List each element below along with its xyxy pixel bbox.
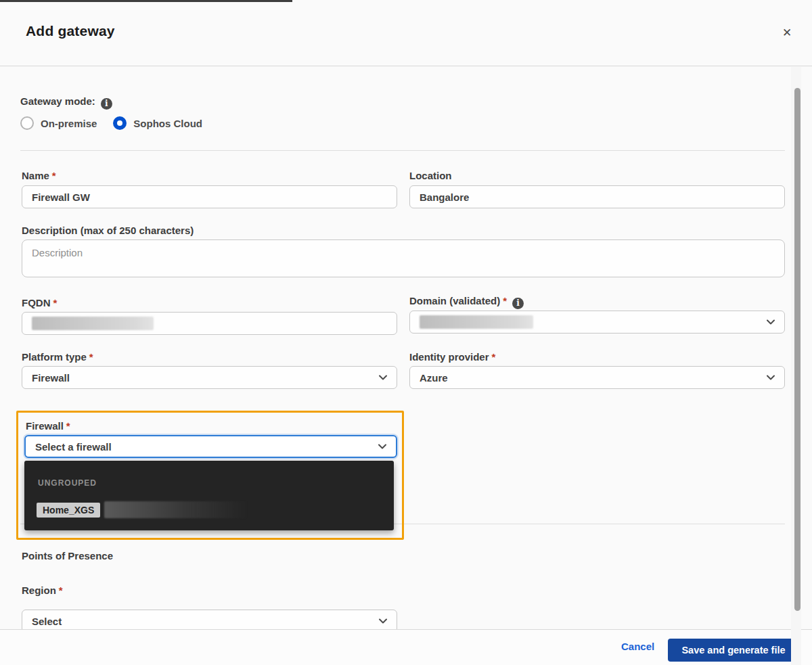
cancel-button[interactable]: Cancel xyxy=(621,641,654,652)
location-label: Location xyxy=(409,170,452,181)
location-input[interactable] xyxy=(409,185,785,208)
platform-type-value: Firewall xyxy=(32,372,70,384)
fqdn-redacted-value xyxy=(32,317,154,330)
dropdown-item-home-xgs[interactable]: Home_XGS xyxy=(37,501,248,518)
firewall-detail-redacted xyxy=(104,501,248,518)
firewall-select[interactable]: Select a firewall xyxy=(24,435,397,458)
info-icon[interactable]: i xyxy=(512,298,524,309)
required-mark: * xyxy=(53,297,58,308)
region-select-value: Select xyxy=(32,616,62,627)
dropdown-group-header: UNGROUPED xyxy=(38,478,97,488)
radio-sophos-cloud[interactable] xyxy=(113,116,127,130)
required-mark: * xyxy=(503,295,507,306)
platform-type-select[interactable]: Firewall xyxy=(22,366,397,389)
dialog-footer: Cancel Save and generate file xyxy=(0,629,812,665)
section-divider xyxy=(20,150,785,151)
identity-provider-select[interactable]: Azure xyxy=(409,366,785,389)
radio-on-premise-label[interactable]: On-premise xyxy=(41,118,97,129)
region-label: Region* xyxy=(22,584,63,596)
scrollbar-thumb[interactable] xyxy=(794,88,800,611)
firewall-select-placeholder: Select a firewall xyxy=(35,441,112,453)
points-of-presence-heading: Points of Presence xyxy=(22,550,113,561)
firewall-name-chip: Home_XGS xyxy=(37,503,100,518)
chevron-down-icon xyxy=(379,375,387,380)
required-mark: * xyxy=(492,351,496,363)
header-divider xyxy=(0,66,812,66)
name-label: Name* xyxy=(22,170,56,181)
info-icon[interactable]: i xyxy=(101,98,112,110)
required-mark: * xyxy=(59,584,63,596)
chevron-down-icon xyxy=(767,319,775,325)
domain-label: Domain (validated)*i xyxy=(409,295,524,309)
firewall-label: Firewall* xyxy=(26,420,70,432)
domain-select[interactable] xyxy=(409,311,785,334)
chevron-down-icon xyxy=(767,375,775,380)
identity-provider-value: Azure xyxy=(420,372,448,384)
save-and-generate-file-button[interactable]: Save and generate file xyxy=(668,639,799,662)
close-icon[interactable]: ✕ xyxy=(778,24,796,42)
fqdn-label: FQDN* xyxy=(22,297,57,308)
gateway-mode-radio-group: On-premise Sophos Cloud xyxy=(20,116,219,131)
gateway-mode-label: Gateway mode:i xyxy=(20,95,112,110)
identity-provider-label: Identity provider* xyxy=(409,351,495,363)
platform-type-label: Platform type* xyxy=(22,351,93,363)
required-mark: * xyxy=(52,170,56,181)
name-input[interactable] xyxy=(22,185,397,208)
radio-on-premise[interactable] xyxy=(20,116,34,130)
add-gateway-dialog: Add gateway ✕ Gateway mode:i On-premise … xyxy=(0,0,812,665)
firewall-dropdown-panel: UNGROUPED Home_XGS xyxy=(24,461,394,530)
required-mark: * xyxy=(89,351,93,363)
chevron-down-icon xyxy=(379,618,387,624)
description-label: Description (max of 250 characters) xyxy=(22,225,194,236)
page-title: Add gateway xyxy=(26,23,115,39)
top-edge-strip xyxy=(0,0,292,2)
required-mark: * xyxy=(66,420,70,432)
fqdn-input[interactable] xyxy=(22,312,397,335)
chevron-down-icon xyxy=(378,444,386,449)
description-textarea[interactable] xyxy=(22,239,785,277)
radio-sophos-cloud-label[interactable]: Sophos Cloud xyxy=(133,118,202,129)
domain-redacted-value xyxy=(420,315,533,329)
